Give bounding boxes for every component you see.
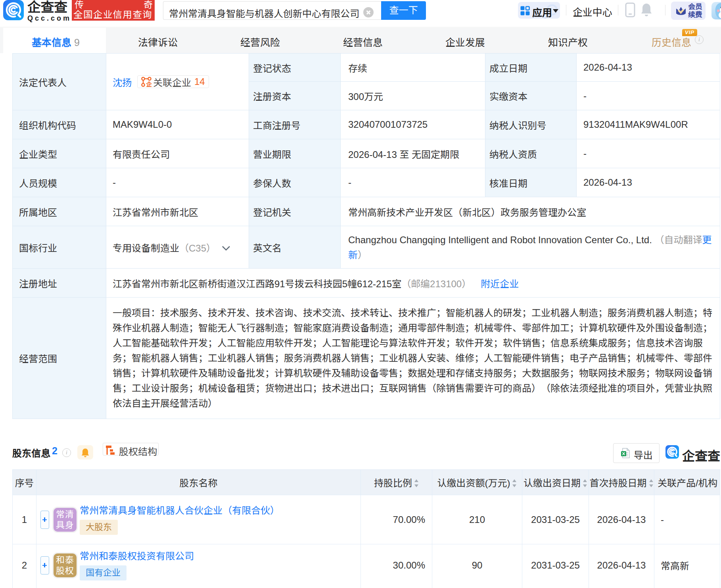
svg-text:企: 企 [146,80,152,87]
